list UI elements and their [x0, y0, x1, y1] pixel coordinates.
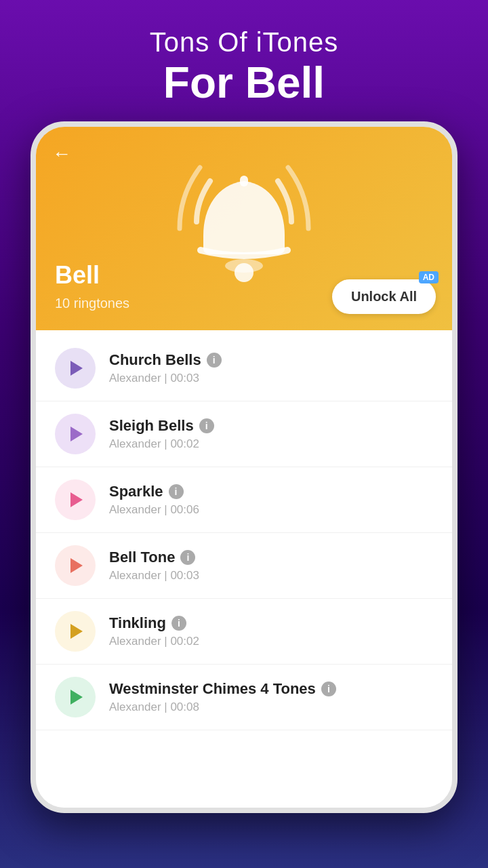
info-icon[interactable]: i: [321, 682, 336, 696]
ringtone-name: Bell Tone: [109, 549, 175, 566]
ad-badge: AD: [419, 271, 439, 283]
ringtone-name-row: Sparkle i: [109, 483, 433, 500]
play-button[interactable]: [55, 414, 96, 454]
ringtone-name-row: Sleigh Bells i: [109, 417, 433, 435]
ringtone-info: Bell Tone i Alexander | 00:03: [109, 549, 433, 583]
unlock-all-button[interactable]: Unlock All: [332, 279, 436, 314]
info-icon[interactable]: i: [169, 484, 184, 499]
play-button[interactable]: [55, 479, 96, 520]
info-icon[interactable]: i: [207, 353, 222, 368]
play-button[interactable]: [55, 545, 96, 586]
play-icon: [70, 558, 83, 573]
ringtone-name-row: Bell Tone i: [109, 549, 433, 566]
page-header: Tons Of iTones For Bell: [150, 0, 339, 121]
ringtone-name: Tinkling: [109, 614, 166, 632]
ringtone-name-row: Westminster Chimes 4 Tones i: [109, 680, 433, 698]
play-button[interactable]: [55, 348, 96, 389]
unlock-btn-wrapper: AD Unlock All: [332, 279, 436, 314]
ringtone-info: Sleigh Bells i Alexander | 00:02: [109, 417, 433, 451]
list-item: Tinkling i Alexander | 00:02: [36, 599, 452, 665]
play-icon: [70, 492, 83, 507]
ringtone-name-row: Church Bells i: [109, 351, 433, 369]
info-icon[interactable]: i: [171, 616, 186, 631]
list-item: Church Bells i Alexander | 00:03: [36, 336, 452, 401]
play-icon: [70, 361, 83, 376]
ringtone-meta: Alexander | 00:03: [109, 569, 433, 583]
info-icon[interactable]: i: [199, 418, 214, 433]
ringtone-info: Westminster Chimes 4 Tones i Alexander |…: [109, 680, 433, 714]
ringtone-meta: Alexander | 00:08: [109, 701, 433, 714]
ringtone-name: Sleigh Bells: [109, 417, 194, 435]
bell-header: ← Bell 10 ringtones: [36, 127, 452, 330]
bell-icon-container: [176, 140, 312, 290]
play-button[interactable]: [55, 677, 96, 717]
play-icon: [70, 427, 83, 441]
ringtone-meta: Alexander | 00:03: [109, 372, 433, 385]
ringtone-meta: Alexander | 00:06: [109, 503, 433, 517]
ringtone-name: Church Bells: [109, 351, 201, 369]
play-button[interactable]: [55, 611, 96, 652]
list-item: Westminster Chimes 4 Tones i Alexander |…: [36, 665, 452, 730]
play-icon: [70, 624, 83, 639]
ringtone-name: Sparkle: [109, 483, 163, 500]
ringtone-info: Sparkle i Alexander | 00:06: [109, 483, 433, 517]
list-item: Sleigh Bells i Alexander | 00:02: [36, 401, 452, 467]
ringtone-meta: Alexander | 00:02: [109, 437, 433, 451]
ringtone-name: Westminster Chimes 4 Tones: [109, 680, 316, 698]
phone-mockup: ← Bell 10 ringtones: [30, 121, 458, 813]
ringtone-name-row: Tinkling i: [109, 614, 433, 632]
info-icon[interactable]: i: [180, 550, 195, 565]
play-icon: [70, 690, 83, 705]
ringtone-meta: Alexander | 00:02: [109, 635, 433, 648]
ringtone-list: Church Bells i Alexander | 00:03 Sleigh …: [36, 330, 452, 808]
ringtone-info: Tinkling i Alexander | 00:02: [109, 614, 433, 648]
ringtone-info: Church Bells i Alexander | 00:03: [109, 351, 433, 385]
back-button[interactable]: ←: [52, 143, 71, 165]
list-item: Bell Tone i Alexander | 00:03: [36, 533, 452, 599]
svg-point-1: [235, 263, 253, 282]
header-subtitle: Tons Of iTones: [150, 27, 339, 58]
header-title: For Bell: [150, 58, 339, 108]
category-name: Bell: [55, 261, 100, 290]
ringtones-count: 10 ringtones: [55, 296, 129, 311]
list-item: Sparkle i Alexander | 00:06: [36, 467, 452, 533]
bell-icon: [176, 140, 312, 290]
